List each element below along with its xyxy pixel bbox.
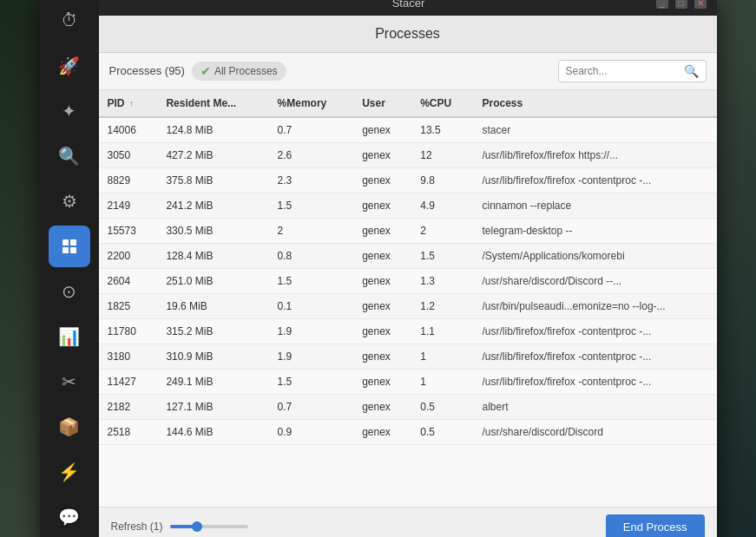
end-process-button[interactable]: End Process xyxy=(606,514,705,538)
cell-memory: 0.9 xyxy=(269,419,354,444)
cell-user: genex xyxy=(353,344,411,369)
col-process[interactable]: Process xyxy=(473,90,716,117)
cell-process: albert xyxy=(473,394,716,419)
page-title-bar: Processes xyxy=(99,16,717,53)
minimize-button[interactable]: _ xyxy=(656,0,668,9)
processes-table-container[interactable]: PID ↑ Resident Me... %Memory User %CPU P… xyxy=(99,90,717,507)
cell-pid: 2518 xyxy=(99,419,158,444)
table-row[interactable]: 8829 375.8 MiB 2.3 genex 9.8 /usr/lib/fi… xyxy=(99,167,717,193)
cell-resident: 315.2 MiB xyxy=(157,318,268,344)
table-row[interactable]: 2518 144.6 MiB 0.9 genex 0.5 /usr/share/… xyxy=(99,419,717,444)
cell-pid: 2182 xyxy=(99,394,158,419)
cell-cpu: 9.8 xyxy=(411,167,473,193)
cell-memory: 0.1 xyxy=(269,293,354,318)
maximize-button[interactable]: □ xyxy=(675,0,687,9)
processes-table: PID ↑ Resident Me... %Memory User %CPU P… xyxy=(99,90,717,445)
cell-pid: 15573 xyxy=(99,218,158,243)
cell-process: cinnamon --replace xyxy=(473,193,716,218)
col-pid[interactable]: PID ↑ xyxy=(99,90,158,117)
sidebar-item-services[interactable]: ✂ xyxy=(49,361,90,403)
cell-user: genex xyxy=(353,142,411,167)
sidebar-item-packages[interactable]: 📦 xyxy=(49,406,90,448)
col-cpu[interactable]: %CPU xyxy=(411,90,473,117)
cell-cpu: 0.5 xyxy=(411,394,473,419)
table-row[interactable]: 2149 241.2 MiB 1.5 genex 4.9 cinnamon --… xyxy=(99,193,717,218)
sidebar-item-processes[interactable] xyxy=(49,226,90,267)
table-row[interactable]: 15573 330.5 MiB 2 genex 2 telegram-deskt… xyxy=(99,218,717,243)
content-area: Processes Processes (95) ✔ All Processes… xyxy=(99,16,717,538)
slider-thumb[interactable] xyxy=(192,521,202,532)
titlebar: Stacer _ □ ✕ xyxy=(99,0,717,16)
search-icon: 🔍 xyxy=(684,64,699,78)
cell-memory: 1.5 xyxy=(269,268,354,293)
cell-resident: 330.5 MiB xyxy=(157,218,268,243)
svg-rect-0 xyxy=(62,239,69,246)
cell-user: genex xyxy=(353,268,411,293)
main-area: Stacer _ □ ✕ Processes Processes (95) ✔ … xyxy=(99,0,717,537)
cell-cpu: 2 xyxy=(411,218,473,243)
cell-user: genex xyxy=(353,318,411,344)
sidebar-item-dashboard[interactable]: ⏱ xyxy=(49,0,90,42)
table-row[interactable]: 11427 249.1 MiB 1.5 genex 1 /usr/lib/fir… xyxy=(99,369,717,394)
cell-user: genex xyxy=(353,369,411,394)
cell-user: genex xyxy=(353,218,411,243)
table-row[interactable]: 2604 251.0 MiB 1.5 genex 1.3 /usr/share/… xyxy=(99,268,717,293)
table-row[interactable]: 2200 128.4 MiB 0.8 genex 1.5 /System/App… xyxy=(99,243,717,268)
cell-memory: 1.9 xyxy=(269,344,354,369)
cell-user: genex xyxy=(353,167,411,193)
cell-memory: 2 xyxy=(269,218,354,243)
cell-process: /usr/lib/firefox/firefox -contentproc -.… xyxy=(473,344,716,369)
cell-resident: 241.2 MiB xyxy=(157,193,268,218)
close-button[interactable]: ✕ xyxy=(694,0,707,9)
table-row[interactable]: 3180 310.9 MiB 1.9 genex 1 /usr/lib/fire… xyxy=(99,344,717,369)
cell-cpu: 0.5 xyxy=(411,419,473,444)
cell-process: /usr/lib/firefox/firefox -contentproc -.… xyxy=(473,318,716,344)
col-user[interactable]: User xyxy=(353,90,411,117)
sidebar-item-search[interactable]: 🔍 xyxy=(49,135,90,177)
cell-cpu: 1.2 xyxy=(411,293,473,318)
cell-process: /usr/lib/firefox/firefox -contentproc -.… xyxy=(473,369,716,394)
col-memory[interactable]: %Memory xyxy=(269,90,354,117)
cell-process: /usr/bin/pulseaudi...emonize=no --log-..… xyxy=(473,293,716,318)
cell-pid: 14006 xyxy=(99,117,158,143)
cell-cpu: 13.5 xyxy=(411,117,473,143)
table-header-row: PID ↑ Resident Me... %Memory User %CPU P… xyxy=(99,90,717,117)
table-row[interactable]: 11780 315.2 MiB 1.9 genex 1.1 /usr/lib/f… xyxy=(99,318,717,344)
cell-pid: 1825 xyxy=(99,293,158,318)
cell-memory: 0.7 xyxy=(269,394,354,419)
processes-count: Processes (95) xyxy=(109,64,185,77)
cell-pid: 2604 xyxy=(99,268,158,293)
sidebar-item-settings[interactable]: ⚙ xyxy=(49,180,90,222)
table-row[interactable]: 1825 19.6 MiB 0.1 genex 1.2 /usr/bin/pul… xyxy=(99,293,717,318)
cell-memory: 1.9 xyxy=(269,318,354,344)
check-icon: ✔ xyxy=(201,64,211,78)
col-resident[interactable]: Resident Me... xyxy=(157,90,268,117)
cell-cpu: 1 xyxy=(411,369,473,394)
sidebar-item-terminal[interactable]: 💬 xyxy=(49,496,90,538)
search-input[interactable] xyxy=(566,65,679,77)
cell-process: /System/Applications/komorebi xyxy=(473,243,716,268)
cell-memory: 1.5 xyxy=(269,193,354,218)
filter-label: All Processes xyxy=(214,65,278,77)
cell-resident: 127.1 MiB xyxy=(157,394,268,419)
refresh-slider[interactable] xyxy=(170,525,248,528)
sidebar-item-cleaner[interactable]: ✦ xyxy=(49,90,90,132)
cell-resident: 19.6 MiB xyxy=(157,293,268,318)
cell-memory: 2.6 xyxy=(269,142,354,167)
cell-resident: 310.9 MiB xyxy=(157,344,268,369)
sidebar-item-startup[interactable]: 🚀 xyxy=(49,45,90,87)
cell-process: /usr/share/discord/Discord --... xyxy=(473,268,716,293)
search-box[interactable]: 🔍 xyxy=(558,60,707,82)
sidebar-item-tweaks[interactable]: ⚡ xyxy=(49,451,90,493)
cell-cpu: 1.5 xyxy=(411,243,473,268)
table-row[interactable]: 2182 127.1 MiB 0.7 genex 0.5 albert xyxy=(99,394,717,419)
filter-all-processes[interactable]: ✔ All Processes xyxy=(192,62,286,81)
table-row[interactable]: 3050 427.2 MiB 2.6 genex 12 /usr/lib/fir… xyxy=(99,142,717,167)
sidebar-item-uninstaller[interactable]: ⊙ xyxy=(49,271,90,312)
cell-resident: 124.8 MiB xyxy=(157,117,268,143)
svg-rect-1 xyxy=(70,239,76,246)
cell-process: telegram-desktop -- xyxy=(473,218,716,243)
cell-cpu: 12 xyxy=(411,142,473,167)
sidebar-item-resources[interactable]: 📊 xyxy=(49,316,90,357)
table-row[interactable]: 14006 124.8 MiB 0.7 genex 13.5 stacer xyxy=(99,117,717,143)
